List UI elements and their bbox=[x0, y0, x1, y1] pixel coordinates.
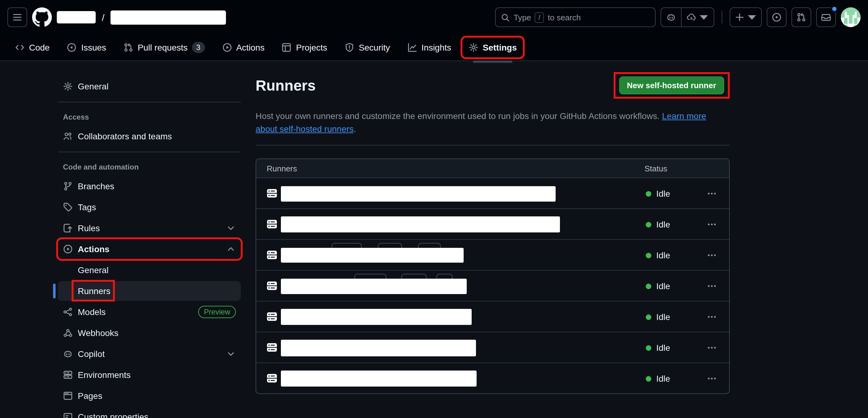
tab-projects[interactable]: Projects bbox=[276, 38, 333, 57]
note-icon bbox=[63, 412, 73, 418]
sidebar-item-tags[interactable]: Tags bbox=[58, 197, 241, 217]
projects-icon bbox=[282, 42, 292, 53]
create-new-button[interactable] bbox=[730, 7, 762, 27]
copilot-icon bbox=[666, 12, 676, 22]
inbox-button[interactable] bbox=[816, 7, 836, 27]
tab-security[interactable]: Security bbox=[338, 38, 396, 57]
copilot-menu-button[interactable] bbox=[682, 8, 714, 27]
runner-name-redacted[interactable] bbox=[281, 248, 464, 263]
sidebar-item-general[interactable]: General bbox=[58, 76, 241, 96]
kebab-menu-button[interactable] bbox=[706, 343, 718, 353]
sidebar-item-label: Environments bbox=[78, 370, 130, 380]
notification-dot bbox=[831, 5, 838, 12]
copilot-button[interactable] bbox=[661, 8, 682, 27]
kebab-menu-button[interactable] bbox=[706, 281, 718, 291]
github-settings-runners-page: / Type / to search bbox=[0, 0, 868, 418]
runner-name-redacted[interactable] bbox=[281, 309, 472, 325]
runner-server-icon bbox=[267, 250, 277, 260]
gear-icon bbox=[63, 81, 73, 91]
runner-name-redacted[interactable] bbox=[281, 278, 467, 294]
kebab-menu-button[interactable] bbox=[706, 189, 718, 199]
link-suffix: . bbox=[354, 124, 356, 134]
main-header: Runners New self-hosted runner bbox=[256, 76, 730, 99]
gear-icon bbox=[469, 42, 478, 53]
tab-label: Code bbox=[29, 42, 50, 53]
kebab-menu-button[interactable] bbox=[706, 312, 718, 322]
tab-label: Issues bbox=[81, 42, 106, 53]
sidebar-item-label: Actions bbox=[78, 244, 110, 254]
idle-status-dot bbox=[646, 191, 651, 196]
search-input[interactable]: Type / to search bbox=[495, 7, 656, 27]
sidebar-item-general[interactable]: General bbox=[58, 260, 241, 280]
runner-name-redacted[interactable] bbox=[281, 371, 476, 387]
inbox-icon bbox=[821, 12, 831, 22]
runner-status: Idle bbox=[646, 178, 670, 209]
runner-server-icon bbox=[267, 280, 277, 291]
copilot-icon bbox=[63, 349, 73, 359]
runner-name-redacted[interactable] bbox=[281, 216, 560, 233]
hamburger-menu-button[interactable] bbox=[7, 7, 27, 27]
issues-dashboard-button[interactable] bbox=[767, 7, 786, 27]
runner-row: Idle bbox=[256, 270, 729, 301]
sidebar-item-environments[interactable]: Environments bbox=[58, 365, 241, 385]
tab-pull-requests[interactable]: Pull requests3 bbox=[117, 37, 211, 58]
sidebar-item-copilot[interactable]: Copilot bbox=[58, 344, 241, 364]
runner-status: Idle bbox=[646, 271, 670, 302]
sidebar-item-label: Models bbox=[78, 307, 105, 317]
repo-tab-nav: CodeIssuesPull requests3ActionsProjectsS… bbox=[0, 35, 868, 61]
sidebar-item-models[interactable]: ModelsPreview bbox=[58, 302, 241, 322]
sidebar-section-code-and-automation: Code and automation bbox=[53, 158, 246, 176]
column-runners: Runners bbox=[256, 164, 297, 173]
search-placeholder-prefix: Type bbox=[514, 13, 531, 22]
avatar[interactable] bbox=[841, 7, 861, 27]
kebab-menu-button[interactable] bbox=[706, 374, 718, 383]
sidebar-item-label: Custom properties bbox=[78, 412, 149, 418]
kebab-menu-button[interactable] bbox=[706, 219, 718, 229]
kebab-menu-button[interactable] bbox=[706, 250, 718, 260]
tab-settings[interactable]: Settings bbox=[462, 38, 523, 57]
sidebar-item-webhooks[interactable]: Webhooks bbox=[58, 323, 241, 343]
runner-row: Idle bbox=[256, 301, 729, 332]
sidebar-item-label: General bbox=[78, 81, 108, 91]
models-icon bbox=[63, 307, 73, 317]
status-label: Idle bbox=[656, 189, 670, 199]
caret-down-icon bbox=[747, 12, 757, 22]
runner-name-redacted[interactable] bbox=[281, 186, 556, 201]
pr-icon bbox=[123, 42, 133, 53]
sidebar-item-collaborators-and-teams[interactable]: Collaborators and teams bbox=[58, 127, 241, 146]
code-icon bbox=[15, 42, 25, 53]
sidebar-item-branches[interactable]: Branches bbox=[58, 176, 241, 196]
sidebar-item-custom-properties[interactable]: Custom properties bbox=[58, 407, 241, 418]
tag-icon bbox=[63, 202, 73, 212]
sidebar-item-actions[interactable]: Actions bbox=[58, 239, 241, 259]
sidebar-item-rules[interactable]: Rules bbox=[58, 218, 241, 238]
runner-name-redacted[interactable] bbox=[281, 339, 476, 356]
sidebar-item-runners[interactable]: Runners bbox=[58, 281, 241, 301]
sidebar-item-label: Runners bbox=[78, 286, 111, 296]
issue-opened-icon bbox=[772, 12, 781, 22]
github-logo-icon[interactable] bbox=[32, 7, 52, 27]
tab-insights[interactable]: Insights bbox=[401, 38, 458, 57]
new-self-hosted-runner-button[interactable]: New self-hosted runner bbox=[619, 76, 724, 94]
runner-server-icon bbox=[267, 373, 277, 383]
sidebar-item-pages[interactable]: Pages bbox=[58, 386, 241, 406]
webhook-icon bbox=[63, 328, 73, 338]
runner-status: Idle bbox=[646, 302, 670, 332]
sidebar-item-label: Collaborators and teams bbox=[78, 131, 172, 141]
sidebar-section-access: Access bbox=[53, 108, 246, 127]
repo-separator: / bbox=[101, 12, 105, 23]
tab-issues[interactable]: Issues bbox=[61, 38, 112, 57]
owner-name-redacted[interactable] bbox=[57, 11, 96, 24]
tab-code[interactable]: Code bbox=[9, 38, 56, 57]
tab-actions[interactable]: Actions bbox=[216, 38, 271, 57]
repo-name-redacted[interactable] bbox=[111, 10, 226, 24]
tab-label: Pull requests bbox=[138, 42, 188, 53]
idle-status-dot bbox=[646, 314, 651, 320]
status-label: Idle bbox=[656, 374, 670, 383]
runner-server-icon bbox=[267, 342, 277, 353]
pull-requests-dashboard-button[interactable] bbox=[792, 7, 811, 27]
sidebar-item-label: Branches bbox=[78, 181, 114, 191]
sidebar-item-label: Copilot bbox=[78, 349, 105, 359]
three-bars-icon bbox=[12, 12, 22, 22]
search-placeholder-suffix: to search bbox=[548, 13, 581, 22]
